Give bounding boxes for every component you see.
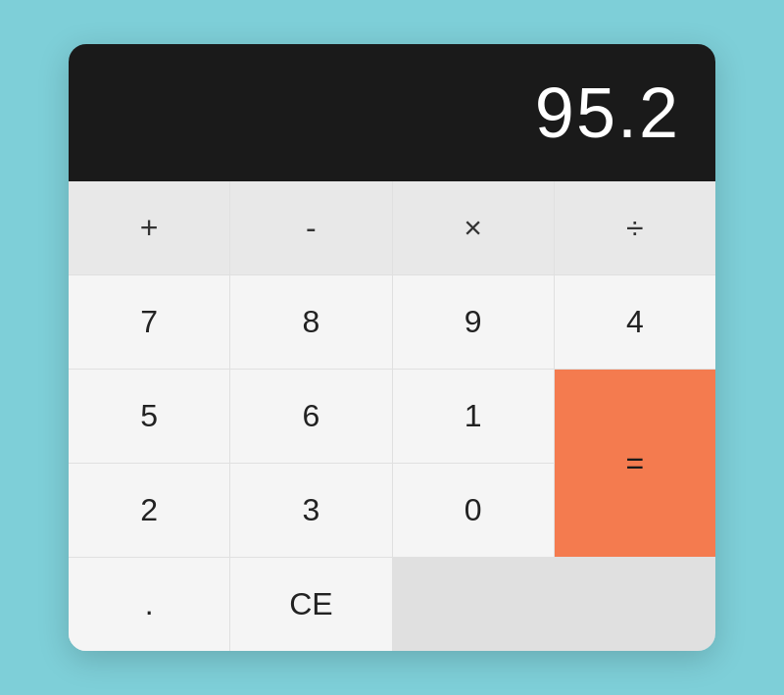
ce-button[interactable]: CE — [230, 558, 391, 651]
nine-button[interactable]: 9 — [393, 275, 554, 369]
zero-button[interactable]: 0 — [393, 464, 554, 557]
four-button[interactable]: 4 — [555, 275, 715, 369]
plus-button[interactable]: + — [69, 181, 229, 274]
display-panel: 95.2 — [69, 44, 715, 181]
minus-button[interactable]: - — [230, 181, 391, 274]
five-button[interactable]: 5 — [69, 370, 229, 463]
dot-button[interactable]: . — [69, 558, 229, 651]
one-button[interactable]: 1 — [393, 370, 554, 463]
two-button[interactable]: 2 — [69, 464, 229, 557]
seven-button[interactable]: 7 — [69, 275, 229, 369]
eight-button[interactable]: 8 — [230, 275, 391, 369]
equals-button[interactable]: = — [555, 370, 715, 557]
six-button[interactable]: 6 — [230, 370, 391, 463]
divide-button[interactable]: ÷ — [555, 181, 715, 274]
calculator: 95.2 + - × ÷ 7 8 9 = 4 5 6 1 2 3 0 . CE — [69, 44, 715, 651]
three-button[interactable]: 3 — [230, 464, 391, 557]
multiply-button[interactable]: × — [393, 181, 554, 274]
button-grid: + - × ÷ 7 8 9 = 4 5 6 1 2 3 0 . CE — [69, 181, 715, 651]
display-value: 95.2 — [535, 73, 680, 153]
